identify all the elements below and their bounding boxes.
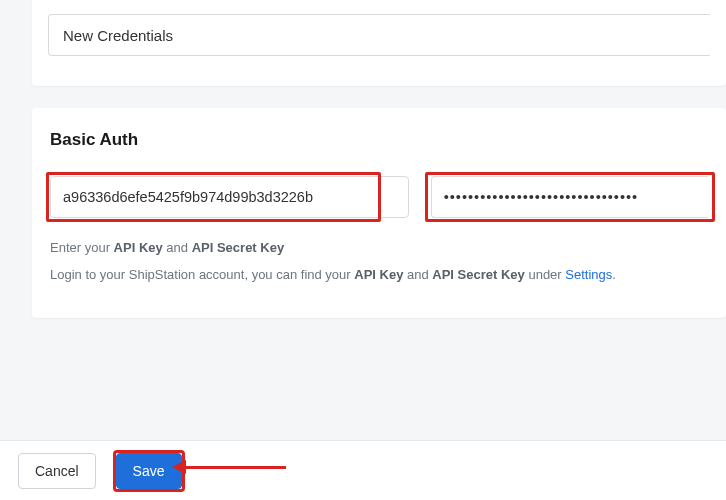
api-key-input[interactable]: [50, 176, 409, 218]
basic-auth-title: Basic Auth: [50, 130, 708, 150]
help-text-enter-keys: Enter your API Key and API Secret Key: [50, 240, 708, 255]
api-key-field-wrap: [50, 176, 409, 218]
cancel-button[interactable]: Cancel: [18, 453, 96, 489]
credential-name-card: [32, 0, 726, 86]
api-secret-field-wrap: [431, 176, 708, 218]
save-button[interactable]: Save: [116, 453, 182, 489]
settings-link[interactable]: Settings: [565, 267, 612, 282]
help-text-login: Login to your ShipStation account, you c…: [50, 267, 708, 282]
credential-name-input[interactable]: [48, 14, 710, 56]
credentials-row: [50, 176, 708, 218]
footer-bar: Cancel Save: [0, 440, 726, 500]
api-secret-input[interactable]: [431, 176, 708, 218]
basic-auth-card: Basic Auth Enter your API Key and API Se…: [32, 108, 726, 318]
save-button-label: Save: [133, 463, 165, 479]
